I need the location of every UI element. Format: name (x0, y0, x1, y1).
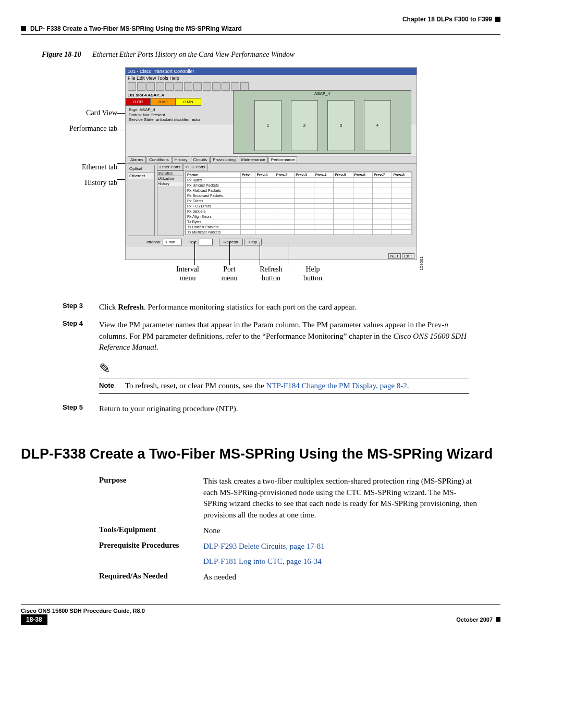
window-menubar[interactable]: File Edit View Tools Help (126, 75, 417, 81)
status-ckt: CKT (402, 253, 414, 259)
toolbar-button[interactable] (212, 82, 221, 91)
toolbar-button[interactable] (137, 82, 145, 91)
tab-pos-ports[interactable]: POS Ports (183, 164, 208, 170)
figure-wrap: Card View Performance tab Ethernet tab H… (42, 67, 480, 286)
toolbar-button[interactable] (156, 82, 164, 91)
step-5: Step 5 Return to your originating proced… (63, 403, 469, 415)
tab-circuits[interactable]: Circuits (191, 156, 210, 163)
tab-statistics[interactable]: Statistics (157, 171, 183, 176)
toolbar-button[interactable] (175, 82, 183, 91)
tab-history-side[interactable]: History (157, 181, 183, 186)
screenshot-window: 101 - Cisco Transport Controller File Ed… (125, 67, 417, 260)
leader-line (260, 242, 260, 265)
main-tabs: AlarmsConditionsHistoryCircuitsProvision… (126, 156, 417, 164)
toolbar-button[interactable] (193, 82, 202, 91)
bottom-controls: Interval: 1 min Port: Refresh Help (126, 237, 417, 247)
col-prev4: Prev-4 (314, 172, 333, 178)
tab-performance[interactable]: Performance (268, 156, 298, 163)
step-label: Step 4 (63, 319, 99, 353)
toolbar-button[interactable] (231, 82, 239, 91)
col-prev7: Prev-7 (373, 172, 392, 178)
pm-grid[interactable]: Param Prev Prev-1 Prev-2 Prev-3 Prev-4 P… (185, 171, 412, 235)
required-value: As needed (203, 572, 480, 583)
side-tab-column: Statistics Utilization History (157, 170, 184, 236)
info-table: Purpose This task creates a two-fiber mu… (99, 476, 480, 583)
tools-label: Tools/Equipment (99, 525, 203, 534)
shelf-slot[interactable]: 2 (291, 100, 318, 151)
tools-value: None (203, 525, 480, 537)
callout-performance-tab: Performance tab (42, 125, 117, 133)
tab-optical[interactable]: Optical (128, 165, 154, 172)
tab-alarms[interactable]: Alarms (128, 156, 146, 163)
right-subtabs: Ether PortsPOS Ports Statistics Utilizat… (157, 165, 414, 236)
grid-row: Rx Unicast Packets (186, 183, 241, 188)
section-title: DLP-F338 Create a Two-Fiber MS-SPRing Us… (21, 446, 500, 462)
shelf-graphic: ASAP_4 1 2 3 4 (233, 90, 411, 154)
toolbar-button[interactable] (184, 82, 192, 91)
col-prev5: Prev-5 (334, 172, 353, 178)
card-info-area: Eqpt: ASAP_4 Status: Not Present Service… (126, 106, 417, 125)
callouts-left: Card View Performance tab Ethernet tab H… (42, 109, 117, 194)
figure-title: Ethernet Ether Ports History on the Card… (92, 51, 295, 58)
note-pencil-icon: ✎ (99, 361, 469, 377)
toolbar-button[interactable] (240, 82, 249, 91)
header-breadcrumb: DLP- F338 Create a Two-Fiber MS-SPRing U… (21, 25, 500, 35)
toolbar-button[interactable] (165, 82, 174, 91)
step-label: Step 3 (63, 302, 99, 313)
toolbar-button[interactable] (222, 82, 230, 91)
footer-left: 18-38 (21, 616, 53, 623)
toolbar-button[interactable] (146, 82, 155, 91)
header-chapter: Chapter 18 DLPs F300 to F399 (21, 16, 500, 23)
grid-row: Rx Broadcast Packets (186, 193, 241, 199)
col-prev8: Prev-8 (392, 172, 412, 178)
shelf-slot[interactable]: 3 (327, 100, 354, 151)
tab-utilization[interactable]: Utilization (157, 176, 183, 181)
grid-row: Rx FCS Errors (186, 204, 241, 209)
tab-history[interactable]: History (172, 156, 190, 163)
step-label: Step 5 (63, 403, 99, 415)
col-prev2: Prev-2 (275, 172, 294, 178)
step-body: Return to your originating procedure (NT… (99, 403, 469, 415)
callout-port-menu: Portmenu (214, 265, 245, 283)
note-body: To refresh, reset, or clear PM counts, s… (125, 381, 469, 390)
col-prev3: Prev-3 (295, 172, 314, 178)
grid-row: Tx Broadcast Packets (186, 235, 241, 236)
note-link[interactable]: NTP-F184 Change the PM Display, page 8-2 (266, 381, 407, 390)
purpose-value: This task creates a two-fiber multiplex … (203, 476, 480, 521)
tab-conditions[interactable]: Conditions (146, 156, 172, 163)
purpose-label: Purpose (99, 476, 203, 485)
prereq-link-1[interactable]: DLP-F293 Delete Circuits, page 17-81 (203, 542, 325, 550)
step-body: Click Refresh. Performance monitoring st… (99, 302, 469, 313)
breadcrumb-text: DLP- F338 Create a Two-Fiber MS-SPRing U… (30, 25, 242, 32)
alarm-mn: 0 MN (176, 98, 201, 106)
status-corner: NET CKT (388, 254, 414, 258)
tab-ether-ports[interactable]: Ether Ports (157, 164, 183, 170)
callout-interval-menu: Intervalmenu (172, 265, 203, 283)
grid-row: Tx Bytes (186, 219, 241, 225)
tab-ethernet[interactable]: Ethernet (128, 172, 154, 179)
tab-provisioning[interactable]: Provisioning (210, 156, 238, 163)
prereq-value-2: DLP-F181 Log into CTC, page 16-34 (203, 556, 480, 567)
callouts-bottom: Intervalmenu Portmenu Refreshbutton Help… (172, 265, 328, 283)
figure-label: Figure 18-10 (42, 51, 81, 58)
alarm-cr: 0 CR (126, 98, 151, 106)
prereq-label: Prerequisite Procedures (99, 541, 203, 550)
grid-row: Rx Giants (186, 199, 241, 204)
prereq-value: DLP-F293 Delete Circuits, page 17-81 (203, 541, 480, 552)
breadcrumb-square-icon (21, 26, 26, 31)
interval-dropdown[interactable]: 1 min (163, 239, 182, 245)
figure-id-number: 159561 (419, 256, 424, 270)
tab-maintenance[interactable]: Maintenance (239, 156, 268, 163)
prereq-link-2[interactable]: DLP-F181 Log into CTC, page 16-34 (203, 557, 322, 565)
toolbar-button[interactable] (203, 82, 211, 91)
shelf-slot[interactable]: 1 (254, 100, 282, 151)
port-dropdown[interactable] (199, 239, 213, 245)
page-footer: Cisco ONS 15600 SDH Procedure Guide, R8.… (21, 604, 500, 623)
grid-row: Rx Bytes (186, 178, 241, 183)
refresh-button[interactable]: Refresh (219, 239, 243, 245)
shelf-slot[interactable]: 4 (364, 100, 391, 151)
alarm-mj: 0 MJ (151, 98, 175, 106)
callout-refresh-button: Refreshbutton (255, 265, 287, 283)
toolbar-button[interactable] (128, 82, 136, 91)
col-param: Param (186, 172, 241, 178)
